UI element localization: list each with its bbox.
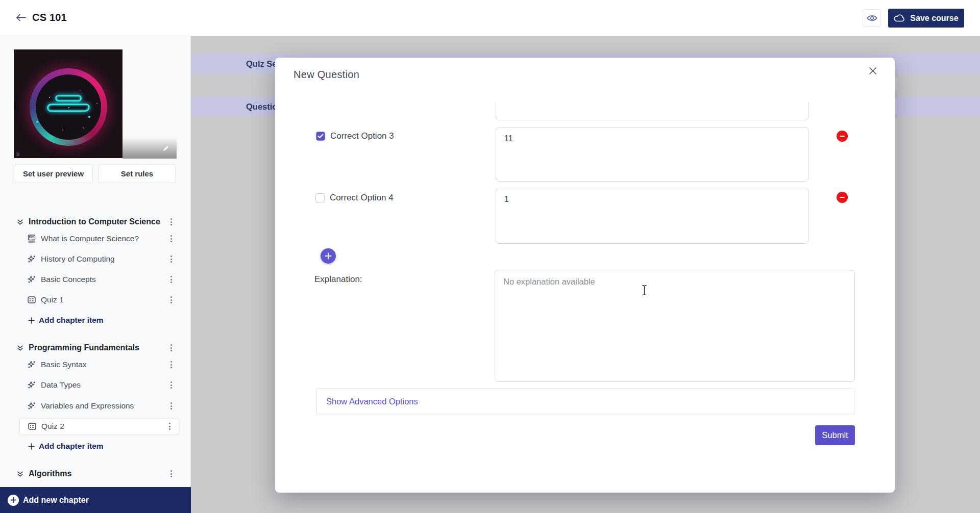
preview-eye-button[interactable] xyxy=(863,9,881,27)
item-label: Basic Syntax xyxy=(41,360,87,369)
chapter-header-algorithms[interactable]: Algorithms xyxy=(0,466,190,482)
back-button[interactable] xyxy=(13,11,29,25)
sidebar-item-quiz-2[interactable]: Quiz 2 xyxy=(19,418,179,434)
add-chapter-item-label: Add chapter item xyxy=(39,316,104,325)
quiz-icon xyxy=(27,295,36,304)
remove-option-3-button[interactable] xyxy=(837,131,848,142)
item-label: Quiz 2 xyxy=(41,422,64,431)
remove-option-4-button[interactable] xyxy=(837,192,848,203)
chapter-menu-button[interactable] xyxy=(168,216,174,227)
plus-circle-icon xyxy=(8,495,19,506)
item-label: History of Computing xyxy=(41,254,115,264)
sidebar-item-quiz-1[interactable]: Quiz 1 xyxy=(0,292,190,308)
chapter-header-programming[interactable]: Programming Fundamentals xyxy=(0,340,190,356)
item-menu-button[interactable] xyxy=(168,379,174,391)
cloud-icon xyxy=(894,14,905,22)
collapse-chevrons-icon[interactable] xyxy=(16,218,24,226)
add-new-chapter-label: Add new chapter xyxy=(23,496,89,505)
item-label: Basic Concepts xyxy=(41,275,96,284)
item-label: Data Types xyxy=(41,380,81,390)
plus-icon xyxy=(28,443,35,450)
item-label: Variables and Expressions xyxy=(41,401,134,411)
option-2-textarea-partial[interactable] xyxy=(496,102,809,121)
plus-icon xyxy=(325,252,332,260)
item-menu-button[interactable] xyxy=(168,294,174,305)
item-menu-button[interactable] xyxy=(168,233,174,244)
modal-title: New Question xyxy=(293,69,359,81)
option-3-textarea[interactable]: 11 xyxy=(496,127,809,182)
option-4-textarea[interactable]: 1 xyxy=(496,188,809,244)
course-cover-image[interactable]: b xyxy=(14,49,122,158)
eye-icon xyxy=(867,14,877,22)
correct-option-3-checkbox[interactable] xyxy=(316,132,325,141)
save-course-label: Save course xyxy=(910,14,958,23)
sidebar-item-data-types[interactable]: Data Types xyxy=(0,377,190,393)
save-course-button[interactable]: Save course xyxy=(888,9,964,28)
collapse-chevrons-icon[interactable] xyxy=(16,470,24,478)
ai-sparkle-icon xyxy=(27,275,36,284)
advanced-options-panel: Show Advanced Options xyxy=(316,388,854,415)
plus-icon xyxy=(28,317,35,324)
pencil-icon xyxy=(162,144,170,152)
course-sidebar: b Set user preview Set rules Introductio… xyxy=(0,36,191,513)
show-advanced-options-link[interactable]: Show Advanced Options xyxy=(326,397,418,406)
minus-icon xyxy=(840,136,845,137)
checkmark-icon xyxy=(317,134,324,139)
add-chapter-item-button[interactable]: Add chapter item xyxy=(0,312,190,328)
add-option-button[interactable] xyxy=(321,248,336,264)
sidebar-item-what-is-cs[interactable]: What is Computer Science? xyxy=(0,230,190,247)
set-user-preview-button[interactable]: Set user preview xyxy=(14,164,93,183)
article-icon xyxy=(27,234,36,243)
explanation-label: Explanation: xyxy=(314,274,362,285)
explanation-textarea[interactable] xyxy=(495,270,855,382)
add-chapter-item-label: Add chapter item xyxy=(39,442,104,451)
sidebar-item-history-of-computing[interactable]: History of Computing xyxy=(0,251,190,267)
add-chapter-item-button[interactable]: Add chapter item xyxy=(0,438,190,454)
item-menu-button[interactable] xyxy=(168,359,174,370)
chapter-header-intro[interactable]: Introduction to Computer Science xyxy=(0,214,190,230)
add-new-chapter-button[interactable]: Add new chapter xyxy=(0,487,191,513)
correct-option-4-checkbox[interactable] xyxy=(315,193,325,202)
item-menu-button[interactable] xyxy=(167,421,173,432)
ai-sparkle-icon xyxy=(27,360,36,369)
chapter-title: Programming Fundamentals xyxy=(29,343,139,352)
set-rules-button[interactable]: Set rules xyxy=(99,164,176,183)
correct-option-3-label: Correct Option 3 xyxy=(330,131,394,141)
minus-icon xyxy=(840,197,845,198)
chapter-menu-button[interactable] xyxy=(168,342,174,353)
ai-sparkle-icon xyxy=(27,380,36,390)
chapter-menu-button[interactable] xyxy=(168,468,174,479)
item-menu-button[interactable] xyxy=(168,400,174,412)
ai-sparkle-icon xyxy=(27,401,36,411)
edit-image-overlay[interactable] xyxy=(122,138,177,159)
app-window: CS 101 Save course b Set u xyxy=(0,0,980,513)
page-title: CS 101 xyxy=(32,12,67,23)
ai-sparkle-icon xyxy=(27,254,36,264)
top-bar: CS 101 Save course xyxy=(0,0,980,36)
item-menu-button[interactable] xyxy=(168,274,174,285)
sidebar-item-basic-concepts[interactable]: Basic Concepts xyxy=(0,271,190,288)
chapter-title: Introduction to Computer Science xyxy=(29,217,160,226)
item-label: Quiz 1 xyxy=(41,295,64,304)
sidebar-item-variables-expressions[interactable]: Variables and Expressions xyxy=(0,398,190,414)
item-menu-button[interactable] xyxy=(168,253,174,265)
chapter-title: Algorithms xyxy=(29,469,71,478)
close-icon[interactable] xyxy=(864,62,881,80)
image-watermark: b xyxy=(16,151,19,157)
correct-option-4-label: Correct Option 4 xyxy=(330,193,394,203)
submit-button[interactable]: Submit xyxy=(815,425,855,445)
item-label: What is Computer Science? xyxy=(41,234,139,243)
sidebar-item-basic-syntax[interactable]: Basic Syntax xyxy=(0,356,190,373)
back-arrow-icon xyxy=(15,13,27,22)
new-question-modal: New Question Correct Option 3 11 Correct… xyxy=(275,58,895,493)
quiz-icon xyxy=(28,422,37,431)
collapse-chevrons-icon[interactable] xyxy=(16,344,24,352)
